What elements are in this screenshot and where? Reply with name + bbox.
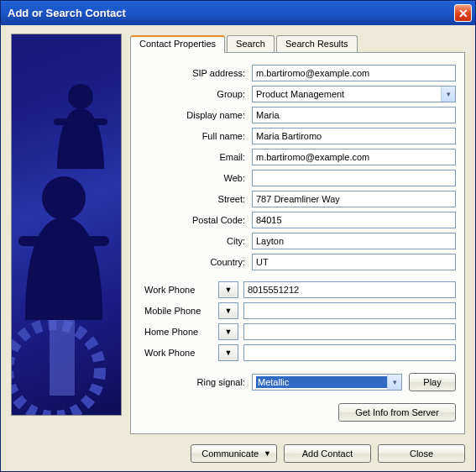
play-button-label: Play bbox=[423, 377, 441, 387]
email-input[interactable] bbox=[252, 149, 456, 165]
chevron-down-icon: ▼ bbox=[225, 286, 233, 294]
group-select[interactable]: Product Management ▾ bbox=[252, 86, 456, 102]
phone-input-2[interactable] bbox=[243, 323, 456, 340]
get-info-button[interactable]: Get Info from Server bbox=[338, 403, 456, 422]
chevron-down-icon: ▼ bbox=[225, 349, 233, 357]
label-country: Country: bbox=[139, 257, 252, 267]
svg-rect-6 bbox=[92, 118, 107, 125]
country-input[interactable] bbox=[252, 254, 456, 270]
label-postal: Postal Code: bbox=[139, 215, 252, 225]
bottom-button-bar: Communicate ▼ Add Contact Close bbox=[11, 434, 465, 463]
svg-point-1 bbox=[42, 176, 86, 220]
phone-type-dropdown-1[interactable]: ▼ bbox=[218, 302, 238, 319]
window-title: Add or Search Contact bbox=[8, 7, 454, 19]
tab-label: Contact Properties bbox=[139, 39, 216, 49]
phone-input-0[interactable] bbox=[243, 281, 456, 298]
label-phone-1: Mobile Phone bbox=[139, 306, 218, 316]
phone-input-3[interactable] bbox=[243, 344, 456, 361]
add-contact-button[interactable]: Add Contact bbox=[284, 444, 371, 463]
chevron-down-icon: ▼ bbox=[264, 449, 271, 458]
sidebar-illustration bbox=[11, 34, 122, 416]
ring-signal-select[interactable]: Metallic ▾ bbox=[252, 374, 402, 391]
sip-input[interactable] bbox=[252, 65, 456, 81]
web-input[interactable] bbox=[252, 170, 456, 186]
display-name-input[interactable] bbox=[252, 107, 456, 123]
tab-search[interactable]: Search bbox=[227, 35, 275, 52]
phone-type-dropdown-2[interactable]: ▼ bbox=[218, 323, 238, 340]
full-name-input[interactable] bbox=[252, 128, 456, 144]
label-phone-2: Home Phone bbox=[139, 327, 218, 337]
label-ring: Ring signal: bbox=[139, 377, 252, 387]
communicate-button-label: Communicate bbox=[201, 448, 259, 459]
dialog-window: Add or Search Contact ✕ bbox=[0, 0, 476, 472]
postal-input[interactable] bbox=[252, 212, 456, 228]
titlebar: Add or Search Contact ✕ bbox=[1, 1, 475, 25]
label-street: Street: bbox=[139, 194, 252, 204]
svg-point-4 bbox=[68, 84, 93, 109]
client-area: Contact Properties Search Search Results… bbox=[1, 25, 475, 471]
close-button-label: Close bbox=[410, 448, 433, 459]
label-phone-0: Work Phone bbox=[139, 285, 218, 295]
titlebar-close-button[interactable]: ✕ bbox=[454, 4, 472, 22]
label-full-name: Full name: bbox=[139, 131, 252, 141]
close-button[interactable]: Close bbox=[378, 444, 465, 463]
tab-label: Search bbox=[236, 39, 265, 49]
chevron-down-icon: ▾ bbox=[441, 87, 455, 102]
city-input[interactable] bbox=[252, 233, 456, 249]
communicate-button[interactable]: Communicate ▼ bbox=[191, 444, 277, 463]
svg-rect-5 bbox=[54, 118, 69, 125]
chevron-down-icon: ▼ bbox=[225, 307, 233, 315]
chevron-down-icon: ▼ bbox=[225, 328, 233, 336]
tab-contact-properties[interactable]: Contact Properties bbox=[130, 35, 225, 53]
svg-rect-2 bbox=[18, 236, 42, 246]
tabstrip: Contact Properties Search Search Results bbox=[130, 34, 465, 52]
label-sip: SIP address: bbox=[139, 68, 252, 78]
phone-type-dropdown-0[interactable]: ▼ bbox=[218, 281, 238, 298]
svg-rect-3 bbox=[86, 236, 109, 246]
tab-search-results[interactable]: Search Results bbox=[276, 35, 358, 52]
phone-input-1[interactable] bbox=[243, 302, 456, 319]
play-button[interactable]: Play bbox=[409, 373, 456, 391]
label-group: Group: bbox=[139, 89, 252, 99]
phone-type-dropdown-3[interactable]: ▼ bbox=[218, 344, 238, 361]
label-phone-3: Work Phone bbox=[139, 348, 218, 358]
label-email: Email: bbox=[139, 152, 252, 162]
label-web: Web: bbox=[139, 173, 252, 183]
tab-page-contact-properties: SIP address: Group: Product Management ▾… bbox=[130, 52, 465, 434]
group-select-value: Product Management bbox=[256, 89, 441, 99]
close-icon: ✕ bbox=[458, 8, 468, 19]
tab-label: Search Results bbox=[285, 39, 348, 49]
street-input[interactable] bbox=[252, 191, 456, 207]
label-display-name: Display name: bbox=[139, 110, 252, 120]
ring-signal-value: Metallic bbox=[256, 376, 387, 388]
get-info-button-label: Get Info from Server bbox=[355, 407, 439, 417]
upper-area: Contact Properties Search Search Results… bbox=[11, 34, 465, 434]
tab-area: Contact Properties Search Search Results… bbox=[130, 34, 465, 434]
chevron-down-icon: ▾ bbox=[387, 375, 401, 390]
label-city: City: bbox=[139, 236, 252, 246]
add-contact-button-label: Add Contact bbox=[302, 448, 353, 459]
